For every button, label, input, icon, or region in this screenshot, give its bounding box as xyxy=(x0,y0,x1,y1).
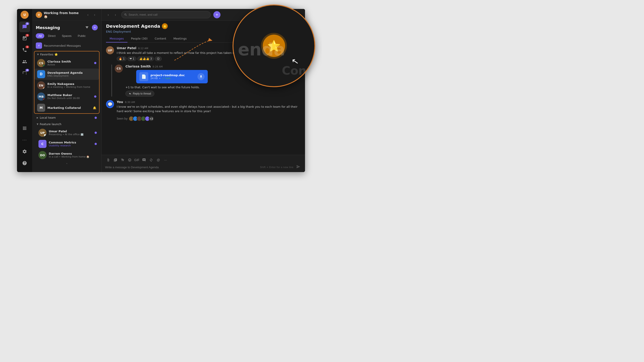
options-button[interactable]: ··· xyxy=(162,157,168,163)
messaging-title: Messaging xyxy=(36,25,60,30)
filter-all[interactable]: All xyxy=(36,33,44,38)
sidebar-header: Messaging xyxy=(32,21,101,32)
activity-badge: 4 xyxy=(26,69,29,71)
attach-button[interactable] xyxy=(105,157,111,163)
common-metrics-subtitle: Usability research xyxy=(49,144,92,147)
tab-content[interactable]: Content xyxy=(151,35,170,42)
filter-public[interactable]: Public xyxy=(75,33,88,38)
chat-badge: 5 xyxy=(26,22,29,25)
nav-item-calls[interactable]: 1 xyxy=(19,45,30,55)
download-icon xyxy=(199,75,203,78)
filter-button[interactable] xyxy=(84,24,90,31)
file-meta: 24 KB • Safe xyxy=(150,77,195,80)
text-format-button[interactable] xyxy=(120,157,126,163)
contact-marketing-collateral[interactable]: M Marketing Collateral 🔔 xyxy=(34,102,99,113)
star-badge[interactable]: ⭐ xyxy=(162,23,168,29)
meet-button[interactable]: + xyxy=(213,11,220,18)
new-message-button[interactable] xyxy=(92,24,98,30)
attach-icon xyxy=(106,158,110,162)
recommended-icon: ⚡ xyxy=(36,42,42,49)
nav-item-teams[interactable] xyxy=(19,56,30,67)
message-input-area: GIF @ ··· Shift + Enter for a new line xyxy=(102,155,305,172)
emily-avatar: EN 🏠 xyxy=(37,81,45,89)
reaction-fire[interactable]: 🔥 1 xyxy=(117,56,126,61)
filter-spaces[interactable]: Spaces xyxy=(59,33,74,38)
contact-clarissa-smith[interactable]: CS Clarissa Smith Active xyxy=(34,57,99,69)
darren-avatar: DO xyxy=(38,151,46,159)
loop-button[interactable] xyxy=(148,157,154,163)
activity-icon xyxy=(22,71,27,76)
sticker-button[interactable] xyxy=(141,157,147,163)
nav-item-more[interactable]: ··· xyxy=(19,134,30,145)
matthew-status: Do Not Disturb until 16:00 xyxy=(48,97,92,100)
reaction-thumbs[interactable]: 👍👍👍 3 xyxy=(137,56,154,61)
gif-button[interactable]: GIF xyxy=(134,157,140,163)
send-hint: Shift + Enter for a new line xyxy=(260,166,294,169)
file-attachment: 📄 project-roadmap.doc 24 KB • xyxy=(136,70,208,83)
marketing-icon: M xyxy=(37,104,45,112)
tab-people[interactable]: People (30) xyxy=(128,35,151,42)
wfh-avatar-img: U xyxy=(36,12,42,18)
nav-item-calendar[interactable]: 1 xyxy=(19,33,30,44)
emoji-icon xyxy=(128,158,132,162)
back-nav-button[interactable]: ‹ xyxy=(105,12,111,18)
nav-item-help[interactable] xyxy=(19,158,30,168)
contact-development-agenda[interactable]: D Development Agenda ENG Deployment xyxy=(34,69,99,80)
nav-item-activity[interactable]: 4 xyxy=(19,68,30,79)
matthew-status-dot xyxy=(43,98,45,100)
feature-launch-header[interactable]: ▼ Feature launch xyxy=(34,121,100,127)
forward-nav-button[interactable]: › xyxy=(112,12,118,18)
zoom-cont-text: Cont xyxy=(282,64,312,77)
you-msg-text: I know we're on tight schedules, and eve… xyxy=(117,105,300,113)
help-icon xyxy=(22,161,27,166)
nav-item-chat[interactable]: 5 xyxy=(19,21,30,32)
settings-icon xyxy=(22,149,27,154)
message-input-row: Shift + Enter for a new line xyxy=(105,164,302,170)
at-button[interactable]: @ xyxy=(155,157,162,163)
search-bar[interactable] xyxy=(121,11,211,18)
emily-info: Emily Nakagawa In a meeting • Working fr… xyxy=(48,82,96,88)
search-input[interactable] xyxy=(128,13,208,16)
nav-item-apps[interactable] xyxy=(19,123,30,134)
download-button[interactable] xyxy=(198,73,204,80)
reply-to-thread-button[interactable]: Reply to thread xyxy=(126,91,154,96)
safe-label: Safe xyxy=(165,77,170,80)
message-input[interactable] xyxy=(105,165,260,170)
sidebar-actions xyxy=(84,24,98,31)
forward-button[interactable]: › xyxy=(92,12,98,18)
teams-icon xyxy=(22,59,27,64)
umar-name: Umar Patel xyxy=(49,130,92,133)
tab-meetings[interactable]: Meetings xyxy=(170,35,190,42)
umar-unread xyxy=(94,132,97,134)
contact-darren-owens[interactable]: DO Darren Owens In a call • Working from… xyxy=(34,149,100,161)
seen-more: +2 xyxy=(149,116,154,121)
contact-umar-patel[interactable]: UP 📊 Umar Patel Presenting • At the offi… xyxy=(34,127,100,138)
local-team-header[interactable]: ▶ Local team xyxy=(34,115,100,121)
contact-common-metrics[interactable]: C Common Metrics Usability research xyxy=(34,138,100,149)
favorites-header[interactable]: ▼ Favorites ⭐ xyxy=(34,51,99,57)
favorites-chevron: ▼ xyxy=(37,53,39,56)
wfh-avatar: U xyxy=(36,12,42,18)
matthew-info: Matthew Baker Do Not Disturb until 16:00 xyxy=(48,93,92,100)
format-button[interactable] xyxy=(112,157,118,163)
emoji-button[interactable] xyxy=(126,157,133,163)
filter-icon xyxy=(85,26,89,29)
clarissa-name: Clarissa Smith xyxy=(48,60,92,63)
recommended-messages[interactable]: ⚡ Recommended Messages xyxy=(32,41,101,50)
back-button[interactable]: ‹ xyxy=(85,12,91,18)
contact-emily-nakagawa[interactable]: EN 🏠 Emily Nakagawa In a meeting • Worki… xyxy=(34,80,99,91)
reaction-heart[interactable]: ❤️ 1 xyxy=(128,56,136,61)
wfh-title: Working from home 🏠 xyxy=(44,11,83,18)
nav-bottom: ··· xyxy=(19,123,30,170)
tab-messages[interactable]: Messages xyxy=(106,35,128,42)
file-separator: • xyxy=(159,77,160,80)
sidebar-list: ⚡ Recommended Messages ▼ Favorites ⭐ CS … xyxy=(32,40,101,172)
reaction-smile[interactable]: 😊 xyxy=(155,56,162,61)
send-button[interactable] xyxy=(295,164,302,170)
nav-item-settings[interactable] xyxy=(19,146,30,157)
search-icon xyxy=(124,13,127,16)
filter-direct[interactable]: Direct xyxy=(45,33,58,38)
user-avatar[interactable]: U xyxy=(20,11,28,19)
contact-matthew-baker[interactable]: MB Matthew Baker Do Not Disturb until 16… xyxy=(34,91,99,102)
file-name: project-roadmap.doc xyxy=(150,73,195,77)
